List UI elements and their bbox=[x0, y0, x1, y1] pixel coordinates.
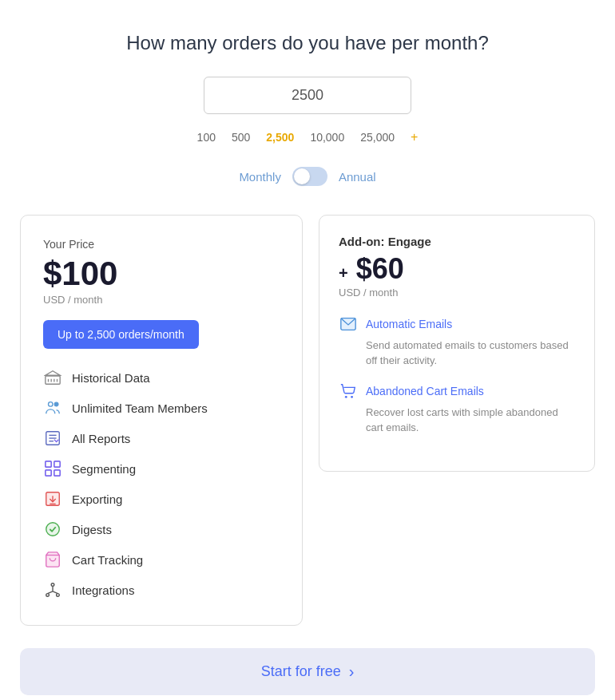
order-option-10000[interactable]: 10,000 bbox=[310, 131, 344, 144]
billing-toggle[interactable] bbox=[292, 167, 327, 186]
addon-price-value: $60 bbox=[356, 252, 404, 285]
svg-line-24 bbox=[48, 591, 53, 594]
feature-exporting: Exporting bbox=[43, 489, 280, 508]
order-option-plus[interactable]: + bbox=[411, 130, 418, 144]
addon-feature-abandoned-cart: Abandoned Cart Emails Recover lost carts… bbox=[339, 382, 575, 436]
svg-rect-14 bbox=[54, 470, 60, 476]
your-price-label: Your Price bbox=[43, 238, 280, 251]
order-option-2500[interactable]: 2,500 bbox=[266, 131, 294, 144]
export-icon bbox=[43, 489, 62, 508]
order-options-row: 100 500 2,500 10,000 25,000 + bbox=[197, 130, 419, 144]
svg-point-6 bbox=[54, 402, 58, 406]
billing-toggle-row: Monthly Annual bbox=[239, 167, 375, 186]
feature-historical-data-label: Historical Data bbox=[72, 371, 150, 385]
bank-icon bbox=[43, 368, 62, 387]
order-option-100[interactable]: 100 bbox=[197, 131, 216, 144]
main-price-unit: USD / month bbox=[43, 294, 280, 306]
feature-digests: Digests bbox=[43, 520, 280, 539]
feature-reports-label: All Reports bbox=[72, 432, 130, 445]
segment-icon bbox=[43, 459, 62, 478]
automatic-email-icon bbox=[339, 314, 358, 334]
order-input[interactable] bbox=[220, 87, 395, 104]
svg-point-21 bbox=[46, 594, 50, 597]
cards-container: Your Price $100 USD / month Up to 2,500 … bbox=[20, 215, 595, 626]
page-title: How many orders do you have per month? bbox=[126, 32, 489, 54]
cart-tracking-icon bbox=[43, 550, 62, 569]
addon-feature-title-1: Automatic Emails bbox=[339, 314, 575, 334]
svg-point-22 bbox=[57, 594, 60, 597]
addon-feature-title-2: Abandoned Cart Emails bbox=[339, 382, 575, 401]
feature-cart-label: Cart Tracking bbox=[72, 553, 143, 567]
main-pricing-card: Your Price $100 USD / month Up to 2,500 … bbox=[20, 215, 303, 626]
billing-monthly-label: Monthly bbox=[239, 170, 281, 184]
feature-segmenting: Segmenting bbox=[43, 459, 280, 478]
addon-title-prefix: Add-on: bbox=[339, 235, 384, 248]
abandoned-cart-label: Abandoned Cart Emails bbox=[366, 385, 484, 397]
start-for-free-button[interactable]: Start for free › bbox=[20, 648, 595, 695]
team-icon bbox=[43, 398, 62, 417]
svg-line-25 bbox=[53, 591, 58, 594]
order-option-500[interactable]: 500 bbox=[232, 131, 250, 144]
svg-point-28 bbox=[351, 396, 353, 398]
feature-historical-data: Historical Data bbox=[43, 368, 280, 387]
addon-price: + $60 bbox=[339, 253, 575, 285]
automatic-email-label: Automatic Emails bbox=[366, 318, 452, 330]
abandoned-cart-desc: Recover lost carts with simple abandoned… bbox=[339, 405, 575, 436]
order-input-box bbox=[204, 77, 411, 114]
feature-integrations: Integrations bbox=[43, 580, 280, 599]
feature-list: Historical Data Unlimited Team Members bbox=[43, 368, 280, 599]
addon-title-name: Engage bbox=[388, 235, 431, 248]
svg-rect-0 bbox=[46, 376, 60, 384]
feature-segmenting-label: Segmenting bbox=[72, 462, 136, 476]
addon-price-unit: USD / month bbox=[339, 287, 575, 299]
addon-feature-automatic-emails: Automatic Emails Send automated emails t… bbox=[339, 314, 575, 369]
addon-title: Add-on: Engage bbox=[339, 235, 575, 248]
svg-point-18 bbox=[46, 523, 60, 536]
addon-card: Add-on: Engage + $60 USD / month Automat… bbox=[319, 215, 595, 472]
svg-rect-12 bbox=[54, 461, 60, 467]
feature-cart-tracking: Cart Tracking bbox=[43, 550, 280, 569]
svg-rect-11 bbox=[46, 461, 51, 467]
order-option-25000[interactable]: 25,000 bbox=[360, 131, 395, 144]
svg-rect-13 bbox=[46, 470, 51, 476]
cta-container: Start for free › bbox=[20, 648, 595, 695]
feature-team-members: Unlimited Team Members bbox=[43, 398, 280, 417]
main-price: $100 bbox=[43, 255, 280, 292]
plan-badge[interactable]: Up to 2,500 orders/month bbox=[43, 320, 199, 349]
addon-price-prefix: + bbox=[339, 264, 348, 282]
start-btn-label: Start for free bbox=[261, 663, 341, 680]
reports-icon bbox=[43, 429, 62, 448]
svg-point-5 bbox=[49, 402, 54, 407]
feature-reports: All Reports bbox=[43, 429, 280, 448]
billing-annual-label: Annual bbox=[339, 170, 376, 184]
feature-digests-label: Digests bbox=[72, 523, 112, 536]
start-btn-arrow: › bbox=[349, 662, 355, 681]
integration-icon bbox=[43, 580, 62, 599]
svg-point-20 bbox=[51, 583, 54, 587]
toggle-thumb bbox=[294, 168, 310, 184]
automatic-email-desc: Send automated emails to customers based… bbox=[339, 338, 575, 369]
abandoned-cart-icon bbox=[339, 382, 358, 401]
feature-integrations-label: Integrations bbox=[72, 583, 134, 597]
digest-icon bbox=[43, 520, 62, 539]
svg-point-27 bbox=[345, 396, 347, 398]
feature-exporting-label: Exporting bbox=[72, 492, 122, 506]
feature-team-label: Unlimited Team Members bbox=[72, 401, 208, 415]
